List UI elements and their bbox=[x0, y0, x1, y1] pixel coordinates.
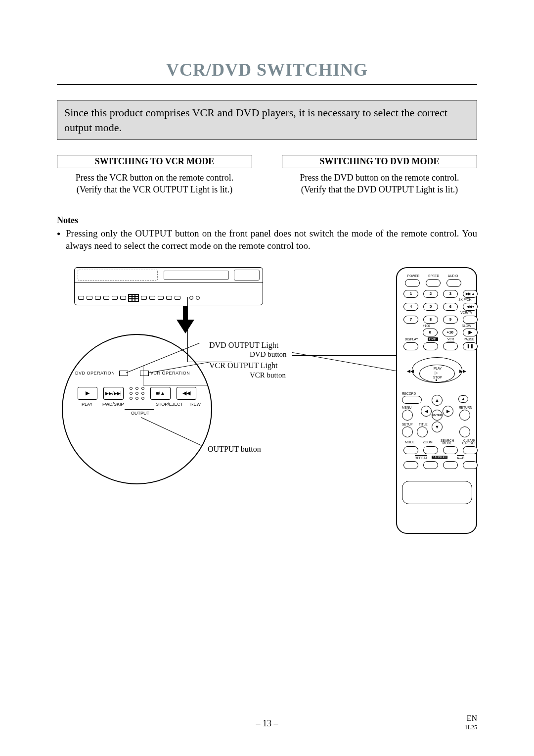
dvd-op-led bbox=[119, 371, 128, 376]
zoom-button bbox=[423, 446, 438, 454]
num-9: 9 bbox=[443, 316, 458, 324]
skip-ch-down-button: |◀◀▼ bbox=[463, 303, 478, 311]
lbl-return: RETURN bbox=[459, 406, 472, 409]
vcr-button bbox=[443, 342, 458, 350]
power-button bbox=[405, 279, 420, 287]
clear-button bbox=[463, 446, 478, 454]
caption-play: PLAY bbox=[82, 402, 92, 407]
play-button: ▶ bbox=[78, 387, 97, 400]
num-6: 6 bbox=[443, 303, 458, 311]
mode-button bbox=[403, 446, 418, 454]
nav-left-button: ◀ bbox=[421, 406, 432, 417]
vcr-column: SWITCHING TO VCR MODE Press the VCR butt… bbox=[57, 155, 252, 195]
lbl-dvd: DVD bbox=[428, 337, 438, 341]
callout-dvd-light: DVD OUTPUT Light bbox=[209, 341, 278, 350]
lbl-clear: CLEAR/C.RESET bbox=[462, 439, 476, 445]
num-4: 4 bbox=[403, 303, 418, 311]
audio-button bbox=[446, 279, 461, 287]
lbl-mode: MODE bbox=[405, 440, 415, 444]
lbl-angle: ANGLE bbox=[434, 456, 445, 459]
remote-control: POWER SPEED AUDIO 1 2 3 ▶▶|▲ SKI bbox=[396, 267, 477, 534]
title-button bbox=[417, 426, 428, 437]
stop-eject-button: ■/▲ bbox=[150, 387, 170, 400]
record-button bbox=[402, 396, 422, 404]
nav-right-button: ▶ bbox=[443, 406, 453, 417]
num-0: 0 bbox=[423, 329, 438, 336]
lbl-slow: SLOW bbox=[462, 324, 471, 328]
subtitle-button bbox=[403, 461, 418, 469]
callout-dvd-button: DVD button bbox=[250, 350, 287, 359]
callout-output-button: OUTPUT button bbox=[208, 445, 261, 454]
lbl-repeat: REPEAT bbox=[415, 455, 428, 460]
vcr-line2: (Verify that the VCR OUTPUT Light is lit… bbox=[77, 185, 232, 194]
lbl-pause: PAUSE bbox=[464, 337, 475, 341]
device-unit bbox=[74, 267, 263, 305]
rule bbox=[57, 84, 477, 85]
lbl-zoom: ZOOM bbox=[423, 440, 433, 444]
lbl-plus100: +100 bbox=[423, 324, 430, 328]
vcr-heading: SWITCHING TO VCR MODE bbox=[57, 155, 252, 168]
page-title: VCR/DVD SWITCHING bbox=[57, 59, 477, 80]
lbl-display: DISPLAY bbox=[405, 337, 418, 341]
lbl-audio: AUDIO bbox=[448, 274, 458, 278]
rew-button: ◀◀ bbox=[177, 387, 196, 400]
lbl-skipch: SKIP/CH. bbox=[458, 298, 472, 301]
nav-up-button: ▲ bbox=[432, 395, 443, 406]
speed-button bbox=[426, 279, 441, 287]
return-button bbox=[459, 410, 470, 421]
play-triangle-icon: ▷ bbox=[435, 371, 438, 375]
pause-button: ❚❚ bbox=[463, 342, 478, 350]
arrow-icon bbox=[178, 306, 193, 335]
num-7: 7 bbox=[403, 316, 418, 324]
lbl-speed: SPEED bbox=[428, 274, 439, 278]
dvd-button bbox=[423, 342, 438, 350]
caption-stopeject: STOP/EJECT bbox=[156, 402, 183, 407]
caption-fwdskip: FWD/SKIP bbox=[102, 402, 124, 407]
fwd-skip-button: ▶▶/▶▶| bbox=[103, 387, 123, 400]
num-plus10: +10 bbox=[443, 329, 457, 336]
callout-vcr-button: VCR button bbox=[250, 371, 286, 379]
page-number: – 13 – bbox=[0, 718, 534, 729]
setup-button bbox=[402, 426, 413, 437]
skip-ch-up-button: ▶▶|▲ bbox=[463, 290, 478, 298]
caption-rew: REW bbox=[190, 402, 201, 407]
lbl-play: PLAY bbox=[434, 367, 442, 370]
footer-lang: EN bbox=[467, 714, 477, 722]
vcr-line1: Press the VCR button on the remote contr… bbox=[76, 173, 234, 183]
slow-button: |▶ bbox=[463, 329, 478, 336]
dvd-line2: (Verify that the DVD OUTPUT Light is lit… bbox=[301, 185, 458, 194]
play-stop-plate: PLAY ▷ STOP ■ bbox=[419, 365, 455, 382]
num-2: 2 bbox=[423, 290, 438, 298]
stop-square-icon: ■ bbox=[436, 378, 438, 381]
ff-icon: ▶▶ bbox=[459, 369, 466, 374]
num-5: 5 bbox=[423, 303, 438, 311]
lbl-menu: MENU bbox=[402, 406, 411, 409]
output-led-grid bbox=[130, 387, 145, 400]
zoom-circle: DVD OPERATION VCR OPERATION ▶ ▶▶/▶▶| ■/▲… bbox=[62, 334, 212, 484]
lbl-vcrtv: VCR/TV bbox=[460, 311, 472, 314]
rew-icon: ◀◀ bbox=[407, 369, 414, 374]
remote-bottom-pad bbox=[402, 481, 472, 504]
repeat-button bbox=[443, 461, 458, 469]
num-8: 8 bbox=[423, 316, 438, 324]
return2-button bbox=[459, 426, 470, 437]
dvd-op-label: DVD OPERATION bbox=[75, 371, 115, 376]
lbl-ab: A—B bbox=[457, 455, 464, 460]
enter-button: ENTER bbox=[432, 410, 443, 421]
dvd-column: SWITCHING TO DVD MODE Press the DVD butt… bbox=[282, 155, 477, 195]
searchmode-button bbox=[443, 446, 458, 454]
lbl-title: TITLE bbox=[419, 423, 428, 426]
dvd-line1: Press the DVD button on the remote contr… bbox=[300, 173, 459, 183]
caption-output: OUTPUT bbox=[131, 411, 149, 416]
eject-button: ▲ bbox=[458, 395, 468, 403]
footer-code: 1L25 bbox=[465, 724, 477, 731]
notes-body: Pressing only the OUTPUT button on the f… bbox=[66, 228, 477, 252]
nav-down-button: ▼ bbox=[432, 422, 443, 432]
lbl-searchmode: SEARCHMODE bbox=[441, 439, 454, 445]
vcrtv-button bbox=[463, 316, 478, 324]
ab-button bbox=[463, 461, 478, 469]
figure: DVD OPERATION VCR OPERATION ▶ ▶▶/▶▶| ■/▲… bbox=[57, 267, 477, 554]
display-button bbox=[403, 342, 418, 350]
num-3: 3 bbox=[443, 290, 458, 298]
angle-button bbox=[423, 461, 438, 469]
